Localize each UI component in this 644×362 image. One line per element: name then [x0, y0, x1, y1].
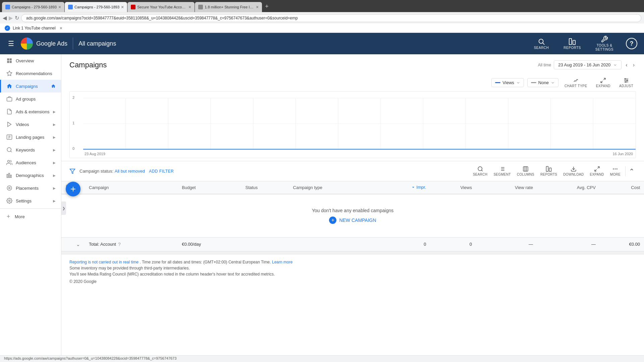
logo-icon: [21, 38, 33, 50]
sidebar-label-more: More: [15, 214, 25, 219]
chart-adjust-btn[interactable]: ADJUST: [616, 76, 636, 89]
col-budget[interactable]: Budget: [178, 181, 241, 194]
table-expand-btn[interactable]: EXPAND: [587, 165, 607, 178]
sidebar-item-settings[interactable]: Settings ▶: [0, 194, 61, 207]
reload-button[interactable]: ↻: [15, 15, 19, 21]
sidebar-item-audiences[interactable]: Audiences ▶: [0, 156, 61, 169]
new-campaign-label: NEW CAMPAIGN: [339, 218, 376, 223]
sidebar-label-keywords: Keywords: [16, 147, 35, 153]
new-tab-button[interactable]: +: [262, 2, 271, 11]
collapse-filter-btn[interactable]: ⌃: [628, 166, 636, 177]
svg-line-64: [595, 170, 596, 171]
sidebar-item-campaigns[interactable]: Campaigns: [0, 80, 61, 93]
browser-tab-2[interactable]: Campaigns - 279-560-1893 ×: [65, 2, 127, 12]
col-impressions[interactable]: Impr.: [376, 181, 430, 194]
chart-expand-btn[interactable]: EXPAND: [593, 76, 613, 89]
total-status: [241, 237, 289, 251]
sidebar-item-demographics[interactable]: Demographics ▶: [0, 169, 61, 182]
tab-close-1[interactable]: ×: [58, 4, 61, 10]
demographics-icon: [6, 172, 12, 178]
tab-close-3[interactable]: ×: [189, 4, 191, 10]
col-campaign-type[interactable]: Campaign type: [289, 181, 376, 194]
col-status[interactable]: Status: [241, 181, 289, 194]
svg-rect-60: [546, 167, 548, 172]
total-label-cell: Total: Account ?: [85, 237, 178, 251]
total-expand-icon[interactable]: ⌄: [76, 242, 80, 247]
back-button[interactable]: ◀: [3, 15, 7, 21]
new-campaign-btn[interactable]: + NEW CAMPAIGN: [329, 217, 376, 224]
browser-tab-3[interactable]: Secure Your YouTube Accou... ×: [127, 2, 195, 12]
col-view-rate[interactable]: View rate: [476, 181, 537, 194]
address-bar[interactable]: ads.google.com/aw/campaigns?ocid=3598477…: [21, 14, 641, 22]
table-search-label: SEARCH: [473, 173, 487, 176]
campaigns-table: Campaign Budget Status Campaign type Imp…: [61, 181, 644, 254]
date-next-btn[interactable]: ›: [632, 61, 636, 69]
sidebar-item-placements[interactable]: Placements ▶: [0, 182, 61, 194]
total-row: ⌄ Total: Account ? €0.00/day 0 0: [61, 237, 644, 251]
col-avg-cpv[interactable]: Avg. CPV: [537, 181, 600, 194]
sidebar-item-recommendations[interactable]: Recommendations: [0, 67, 61, 80]
notification-bar: ✓ Link 1 YouTube channel ×: [0, 23, 644, 33]
status-url: https://ads.google.com/aw/campaigns?auth…: [4, 356, 176, 360]
filter-icon: [69, 168, 75, 174]
views-control[interactable]: Views: [491, 78, 524, 87]
sidebar-label-audiences: Audiences: [16, 160, 36, 165]
date-selector[interactable]: All time 23 Aug 2019 - 16 Jun 2020 ‹ ›: [538, 60, 636, 69]
fab-add-button[interactable]: +: [66, 182, 80, 196]
page-header: Campaigns All time 23 Aug 2019 - 16 Jun …: [61, 54, 644, 73]
col-views[interactable]: Views: [430, 181, 476, 194]
toolbar-divider: [625, 166, 626, 176]
col-cost[interactable]: Cost: [600, 181, 644, 194]
none-control[interactable]: None: [527, 78, 558, 87]
sidebar-item-ads-extensions[interactable]: Ads & extensions ▶: [0, 105, 61, 118]
sidebar-item-more[interactable]: + More: [0, 210, 61, 223]
tab-bar: Campaigns - 279-560-1893 × Campaigns - 2…: [0, 0, 644, 12]
table-search-btn[interactable]: SEARCH: [470, 165, 490, 178]
hamburger-menu[interactable]: ☰: [7, 38, 15, 49]
none-dropdown-icon: [551, 81, 555, 85]
browser-tab-1[interactable]: Campaigns - 279-560-1893 ×: [2, 2, 64, 12]
table-reports-btn[interactable]: REPORTS: [538, 165, 560, 178]
footer-realtime-link[interactable]: Reporting is not carried out in real tim…: [69, 260, 139, 264]
help-button[interactable]: ?: [626, 38, 637, 49]
svg-rect-3: [573, 40, 575, 45]
footer: Reporting is not carried out in real tim…: [61, 254, 644, 289]
svg-rect-20: [10, 175, 11, 178]
tab-close-2[interactable]: ×: [121, 4, 124, 10]
col-campaign[interactable]: Campaign: [85, 181, 178, 194]
table-download-btn[interactable]: DOWNLOAD: [560, 165, 586, 178]
table-scrollbar[interactable]: [61, 251, 644, 254]
overview-icon: [6, 58, 12, 64]
footer-learn-more-link[interactable]: Learn more: [272, 260, 292, 264]
browser-tab-4[interactable]: 1.8 million+ Stunning Free Im... ×: [195, 2, 262, 12]
address-bar-row: ◀ ▶ ↻ ads.google.com/aw/campaigns?ocid=3…: [0, 12, 644, 23]
header-reports-btn[interactable]: REPORTS: [559, 36, 586, 52]
expand-label: EXPAND: [596, 84, 610, 88]
sidebar-item-overview[interactable]: Overview: [0, 54, 61, 67]
y-label-2: 2: [72, 96, 74, 100]
sidebar-item-landing-pages[interactable]: Landing pages ▶: [0, 131, 61, 143]
forward-button[interactable]: ▶: [9, 15, 13, 21]
browser-chrome: Campaigns - 279-560-1893 × Campaigns - 2…: [0, 0, 644, 23]
svg-line-24: [604, 78, 605, 80]
sidebar-item-ad-groups[interactable]: Ad groups: [0, 93, 61, 105]
tab-close-4[interactable]: ×: [256, 4, 259, 10]
sidebar-item-keywords[interactable]: Keywords ▶: [0, 143, 61, 156]
date-range-dropdown[interactable]: 23 Aug 2019 - 16 Jun 2020: [554, 60, 622, 69]
header-tools-btn[interactable]: TOOLS & SETTINGS: [591, 34, 618, 54]
header-search-btn[interactable]: SEARCH: [529, 36, 554, 52]
sidebar-expand-handle[interactable]: ❯: [61, 201, 66, 215]
sidebar-item-videos[interactable]: Videos ▶: [0, 118, 61, 131]
tools-icon: [601, 36, 608, 43]
date-prev-btn[interactable]: ‹: [624, 61, 629, 69]
notification-close[interactable]: ×: [60, 25, 62, 31]
add-filter-btn[interactable]: ADD FILTER: [149, 169, 174, 174]
table-more-btn[interactable]: MORE: [607, 165, 623, 178]
total-help-icon[interactable]: ?: [118, 242, 121, 247]
table-segment-btn[interactable]: SEGMENT: [491, 165, 514, 178]
table-columns-btn[interactable]: COLUMNS: [514, 165, 537, 178]
chart-type-btn[interactable]: CHART TYPE: [562, 76, 590, 89]
y-label-1: 1: [72, 121, 74, 125]
tab-label-2: Campaigns - 279-560-1893: [74, 5, 119, 9]
empty-state-row: You don't have any enabled campaigns + N…: [61, 194, 644, 238]
